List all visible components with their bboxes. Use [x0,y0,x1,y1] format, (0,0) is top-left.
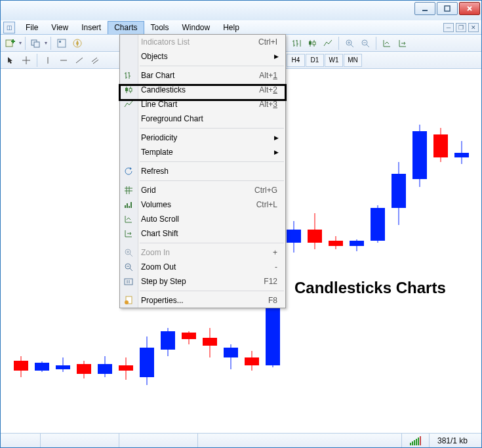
cursor-button[interactable] [3,53,18,68]
mdi-restore-button[interactable]: ❐ [456,23,466,32]
channel-button[interactable] [88,53,102,68]
shortcut-label: Ctrl+I [258,37,285,47]
menu-item-label: Zoom Out [141,262,176,272]
menu-tools[interactable]: Tools [144,21,176,34]
menu-item-label: Grid [141,186,156,195]
menu-help[interactable]: Help [216,21,246,34]
mdi-minimize-button[interactable]: ─ [443,23,454,32]
menu-item-indicators-list: Indicators ListCtrl+I [120,35,285,49]
props-icon [123,295,134,306]
autoscroll-icon [123,213,134,225]
mdi-window-controls: ─ ❐ ✕ [443,23,481,32]
chart-shift-button[interactable] [395,36,410,51]
svg-rect-6 [59,41,61,43]
horizontal-line-button[interactable] [56,53,71,68]
zoom-in-button[interactable] [342,36,357,51]
grid-icon [123,184,134,196]
trendline-button[interactable] [72,53,87,68]
minimize-button[interactable] [414,2,435,15]
shortcut-label: Ctrl+L [256,200,285,209]
volumes-icon [123,199,134,211]
menu-item-grid[interactable]: GridCtrl+G [120,183,285,197]
menu-item-auto-scroll[interactable]: Auto Scroll [120,212,285,226]
connection-status: 381/1 kb [429,434,481,447]
navigator-button[interactable] [70,36,85,51]
menu-item-volumes[interactable]: VolumesCtrl+L [120,197,285,212]
menu-item-properties-[interactable]: Properties...F8 [120,293,285,308]
menu-item-label: Periodicity [141,133,177,142]
timeframe-mn[interactable]: MN [344,54,362,67]
menu-item-step-by-step[interactable]: Step by StepF12 [120,274,285,289]
line-chart-button[interactable] [321,36,335,51]
profiles-button[interactable] [29,36,43,51]
menu-file[interactable]: File [19,21,45,34]
auto-scroll-button[interactable] [380,36,394,51]
menu-item-label: Zoom In [141,248,170,257]
menu-window[interactable]: Window [176,21,217,34]
timeframe-h4[interactable]: H4 [287,54,305,67]
market-watch-button[interactable] [54,36,69,51]
menu-item-foreground-chart[interactable]: Foreground Chart [120,112,285,126]
shortcut-label: Alt+2 [259,85,285,94]
menu-item-zoom-out[interactable]: Zoom Out- [120,260,285,274]
new-chart-button[interactable] [3,36,18,51]
menu-charts[interactable]: Charts [108,21,144,34]
candlestick-button[interactable] [305,36,319,51]
submenu-arrow-icon: ▶ [274,134,285,141]
menu-item-objects[interactable]: Objects▶ [120,49,285,64]
shortcut-label: F12 [264,277,285,286]
maximize-button[interactable] [437,2,458,15]
app-icon: ◫ [3,22,15,33]
zoom-out-button[interactable] [358,36,372,51]
menu-item-label: Line Chart [141,100,177,109]
menu-item-label: Step by Step [141,277,186,286]
menu-item-label: Candlesticks [141,85,186,94]
menu-item-candlesticks[interactable]: CandlesticksAlt+2 [120,83,285,97]
svg-rect-16 [129,89,132,91]
menu-insert[interactable]: Insert [75,21,108,34]
svg-rect-12 [313,42,315,45]
menu-view[interactable]: View [45,21,75,34]
menu-item-bar-chart[interactable]: Bar ChartAlt+1 [120,68,285,83]
svg-rect-11 [309,41,311,45]
zoomout-icon [123,261,134,273]
candle-icon [123,84,134,96]
crosshair-button[interactable] [19,53,33,68]
shortcut-label: Alt+3 [259,100,285,109]
connection-bars-icon [410,436,421,445]
menu-item-periodicity[interactable]: Periodicity▶ [120,131,285,145]
mdi-close-button[interactable]: ✕ [468,23,479,32]
timeframe-w1[interactable]: W1 [325,54,343,67]
statusbar: 381/1 kb [1,433,481,447]
timeframe-d1[interactable]: D1 [306,54,324,67]
menu-item-line-chart[interactable]: Line ChartAlt+3 [120,97,285,112]
shortcut-label: - [275,262,285,272]
menu-item-label: Volumes [141,200,171,209]
shortcut-label: Alt+1 [259,71,285,80]
svg-rect-0 [422,10,428,11]
menu-item-label: Chart Shift [141,229,178,238]
menu-item-label: Auto Scroll [141,214,179,224]
svg-rect-5 [58,39,66,47]
menu-item-label: Foreground Chart [141,114,203,123]
menu-item-zoom-in: Zoom In+ [120,245,285,260]
menu-item-refresh[interactable]: Refresh [120,164,285,178]
svg-point-21 [125,300,129,304]
refresh-icon [123,165,134,177]
titlebar [1,1,481,20]
svg-rect-15 [125,88,128,91]
menu-item-label: Indicators List [141,37,190,47]
vertical-line-button[interactable] [41,53,55,68]
shortcut-label: Ctrl+G [254,186,285,195]
connection-indicator [401,434,429,447]
menu-item-chart-shift[interactable]: Chart Shift [120,226,285,241]
menu-item-label: Refresh [141,167,169,176]
menu-item-label: Bar Chart [141,71,174,80]
menu-item-template[interactable]: Template▶ [120,145,285,159]
close-button[interactable] [459,2,480,15]
chartshift-icon [123,228,134,239]
submenu-arrow-icon: ▶ [274,53,285,60]
overlay-title: Candlesticks Charts [294,279,446,297]
bar-chart-button[interactable] [289,36,304,51]
charts-menu-dropdown: Indicators ListCtrl+IObjects▶Bar ChartAl… [119,34,286,308]
